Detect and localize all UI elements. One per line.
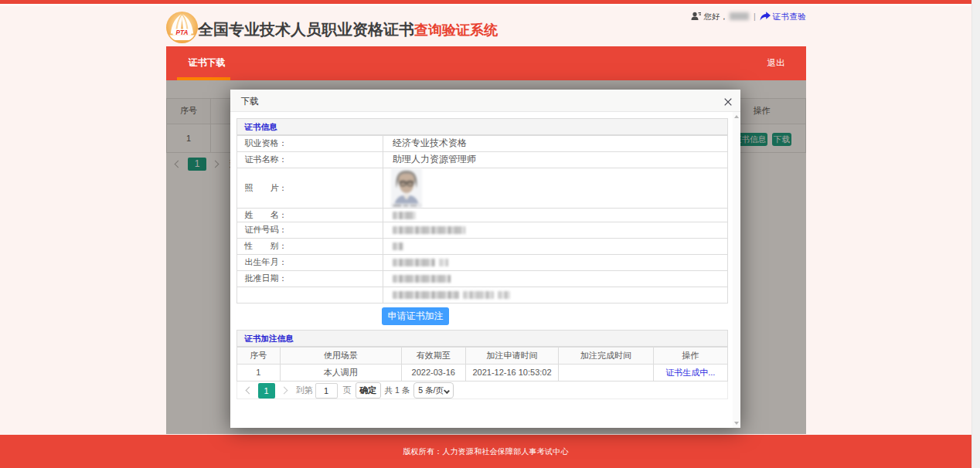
svg-text:PTA: PTA (176, 29, 189, 36)
